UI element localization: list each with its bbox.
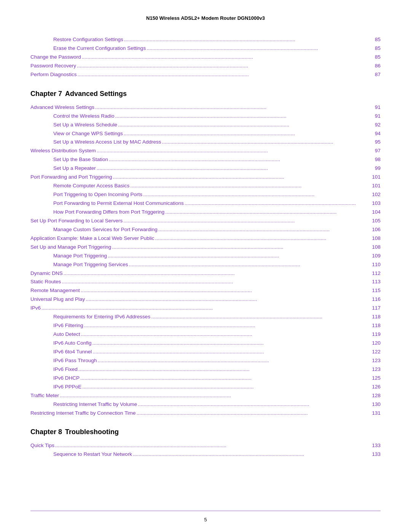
toc-entry[interactable]: Dynamic DNS.............................… (30, 269, 381, 278)
toc-dots: ........................................… (80, 374, 368, 383)
chapter-title: Troubleshooting (65, 428, 119, 436)
toc-page: 91 (369, 112, 381, 121)
toc-page: 102 (369, 190, 381, 199)
toc-label: Wireless Distribution System (30, 147, 96, 155)
toc-entry[interactable]: IPv6 Fixed..............................… (30, 365, 381, 374)
toc-label: Auto Detect (53, 330, 80, 339)
toc-page: 104 (369, 208, 381, 217)
toc-label: Restore Configuration Settings (53, 35, 123, 44)
toc-entry[interactable]: Set Up the Base Station ................… (30, 155, 381, 164)
toc-entry[interactable]: Traffic Meter ..........................… (30, 391, 381, 400)
toc-label: Quick Tips (30, 441, 54, 450)
toc-label: Manage Port Triggering (53, 252, 107, 260)
toc-label: Manage Custom Services for Port Forwardi… (53, 225, 158, 234)
toc-page: 103 (369, 199, 381, 208)
toc-page: 133 (369, 441, 381, 450)
toc-entry[interactable]: Set Up and Manage Port Triggering.......… (30, 243, 381, 252)
toc-dots: ........................................… (64, 269, 368, 278)
toc-entry[interactable]: Set Up a Repeater ......................… (30, 164, 381, 173)
toc-dots: ........................................… (133, 450, 368, 459)
toc-dots: ........................................… (124, 35, 368, 44)
bottom-rule (30, 511, 381, 511)
toc-entry[interactable]: Requirements for Entering IPv6 Addresses… (30, 313, 381, 321)
toc-dots: ........................................… (77, 62, 368, 70)
toc-label: Set Up a Repeater (53, 164, 96, 173)
toc-label: IPv6 (30, 304, 41, 313)
toc-label: Erase the Current Configuration Settings (53, 44, 146, 53)
toc-entry[interactable]: IPv6 Pass Through.......................… (30, 356, 381, 365)
page-header: N150 Wireless ADSL2+ Modem Router DGN100… (30, 15, 381, 24)
toc-page: 123 (369, 365, 381, 374)
toc-dots: ........................................… (82, 383, 368, 391)
toc-page: 108 (369, 234, 381, 243)
toc-entry[interactable]: IPv6 ...................................… (30, 304, 381, 313)
toc-entry[interactable]: Auto Detect.............................… (30, 330, 381, 339)
toc-entry[interactable]: View or Change WPS Settings.............… (30, 129, 381, 138)
toc-page: 95 (369, 138, 381, 147)
toc-entry[interactable]: Sequence to Restart Your Network .......… (30, 450, 381, 459)
toc-dots: ........................................… (123, 217, 368, 225)
toc-dots: ........................................… (158, 225, 368, 234)
toc-page: 122 (369, 348, 381, 356)
toc-dots: ........................................… (98, 356, 368, 365)
toc-group: Restore Configuration Settings..........… (30, 35, 381, 79)
toc-entry[interactable]: IPv6 PPPoE .............................… (30, 383, 381, 391)
toc-dots: ........................................… (95, 103, 368, 112)
toc-entry[interactable]: Remote Computer Access Basics ..........… (30, 182, 381, 190)
toc-entry[interactable]: IPv6 Auto Config........................… (30, 339, 381, 348)
toc-page: 106 (369, 225, 381, 234)
toc-entry[interactable]: Restricting Internet Traffic by Connecti… (30, 409, 381, 418)
toc-label: Change the Password (30, 53, 81, 62)
toc-dots: ........................................… (113, 173, 368, 182)
toc-label: IPv6 Fixed (53, 365, 78, 374)
toc-dots: ........................................… (124, 129, 368, 138)
toc-entry[interactable]: IPv6 6to4 Tunnel........................… (30, 348, 381, 356)
toc-entry[interactable]: Change the Password ....................… (30, 53, 381, 62)
toc-group: Advanced Wireless Settings..............… (30, 103, 381, 418)
toc-page: 85 (369, 35, 381, 44)
toc-entry[interactable]: Restricting Internet Traffic by Volume..… (30, 400, 381, 409)
toc-entry[interactable]: Control the Wireless Radio..............… (30, 112, 381, 121)
toc-entry[interactable]: Advanced Wireless Settings..............… (30, 103, 381, 112)
toc-entry[interactable]: Port Forwarding to Permit External Host … (30, 199, 381, 208)
toc-page: 119 (369, 330, 381, 339)
toc-label: How Port Forwarding Differs from Port Tr… (53, 208, 164, 217)
toc-dots: ........................................… (55, 441, 368, 450)
toc-entry[interactable]: Set Up Port Forwarding to Local Servers.… (30, 217, 381, 225)
toc-entry[interactable]: Wireless Distribution System ...........… (30, 147, 381, 155)
toc-entry[interactable]: Universal Plug and Play ................… (30, 295, 381, 304)
toc-page: 98 (369, 155, 381, 164)
toc-dots: ........................................… (92, 339, 368, 348)
toc-entry[interactable]: Port Forwarding and Port Triggering ....… (30, 173, 381, 182)
toc-entry[interactable]: Static Routes ..........................… (30, 278, 381, 286)
toc-label: IPv6 Auto Config (53, 339, 92, 348)
toc-entry[interactable]: Application Example: Make a Local Web Se… (30, 234, 381, 243)
toc-entry[interactable]: Quick Tips..............................… (30, 441, 381, 450)
toc-entry[interactable]: Port Triggering to Open Incoming Ports..… (30, 190, 381, 199)
toc-page: 130 (369, 400, 381, 409)
toc-dots: ........................................… (60, 391, 368, 400)
toc-label: Set Up a Wireless Access List by MAC Add… (53, 138, 161, 147)
toc-entry[interactable]: Manage Port Triggering Services.........… (30, 260, 381, 269)
toc-dots: ........................................… (78, 365, 368, 374)
toc-entry[interactable]: Manage Port Triggering .................… (30, 252, 381, 260)
toc-entry[interactable]: Set Up a Wireless Schedule..............… (30, 121, 381, 129)
toc-entry[interactable]: Perform Diagnostics ....................… (30, 70, 381, 79)
toc-page: 97 (369, 147, 381, 155)
toc-page: 118 (369, 321, 381, 330)
toc-entry[interactable]: How Port Forwarding Differs from Port Tr… (30, 208, 381, 217)
toc-entry[interactable]: Remote Management.......................… (30, 286, 381, 295)
toc-label: Remote Computer Access Basics (53, 182, 129, 190)
toc-entry[interactable]: IPv6 DHCP ..............................… (30, 374, 381, 383)
toc-entry[interactable]: Password Recovery ......................… (30, 62, 381, 70)
toc-entry[interactable]: IPv6 Filtering..........................… (30, 321, 381, 330)
toc-entry[interactable]: Manage Custom Services for Port Forwardi… (30, 225, 381, 234)
toc-entry[interactable]: Set Up a Wireless Access List by MAC Add… (30, 138, 381, 147)
toc-label: Universal Plug and Play (30, 295, 85, 304)
toc-entry[interactable]: Restore Configuration Settings..........… (30, 35, 381, 44)
toc-dots: ........................................… (137, 409, 368, 418)
toc-page: 112 (369, 269, 381, 278)
toc-entry[interactable]: Erase the Current Configuration Settings… (30, 44, 381, 53)
toc-page: 92 (369, 121, 381, 129)
toc-page: 101 (369, 182, 381, 190)
